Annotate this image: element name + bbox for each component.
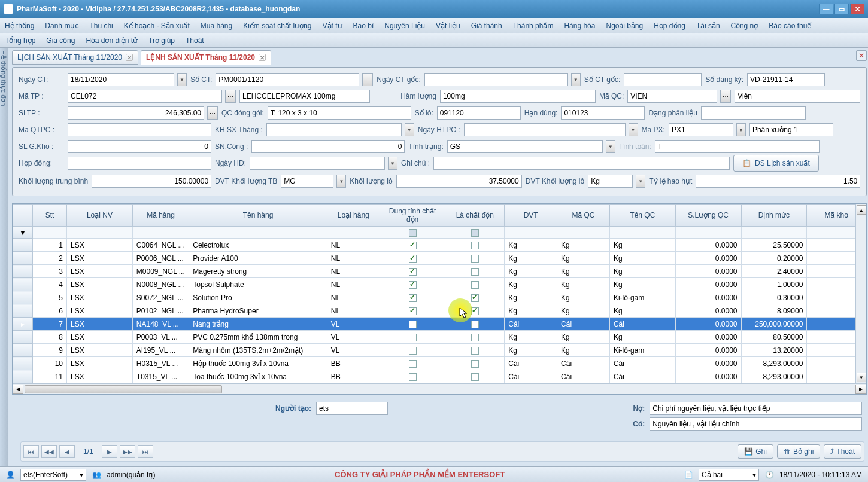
checkbox[interactable]: [471, 242, 479, 249]
menu-item[interactable]: Vật tư: [323, 22, 342, 30]
scroll-thumb[interactable]: [25, 385, 222, 393]
field-kltb[interactable]: [92, 175, 211, 188]
field-tinhtoan[interactable]: [655, 140, 820, 153]
field-kllo[interactable]: [396, 175, 522, 188]
pager-first-button[interactable]: ⏮: [23, 445, 39, 458]
checkbox[interactable]: [409, 334, 417, 341]
field-matp-name[interactable]: [239, 90, 370, 103]
vertical-scrollbar[interactable]: ▲ ▼: [855, 204, 866, 383]
filter-cell[interactable]: [557, 227, 610, 239]
filter-cell[interactable]: [505, 227, 557, 239]
menu-item[interactable]: Nguyên Liệu: [384, 22, 425, 30]
checkbox[interactable]: [471, 281, 479, 289]
table-row[interactable]: 10LSXH0315_VL ...Hộp thuốc 100mg 3vỉ x 1…: [13, 357, 866, 370]
filter-checkbox[interactable]: [471, 229, 479, 237]
checkbox[interactable]: [409, 360, 417, 368]
column-header[interactable]: Dung tính chất độn: [380, 205, 445, 227]
close-all-tabs-button[interactable]: ✕: [856, 50, 867, 61]
ghi-button[interactable]: 💾 Ghi: [738, 444, 773, 459]
checkbox[interactable]: [409, 255, 417, 263]
checkbox[interactable]: [471, 373, 479, 381]
field-mapx[interactable]: [669, 123, 733, 136]
tab-close-icon[interactable]: ✕: [126, 54, 133, 61]
checkbox[interactable]: [471, 321, 479, 328]
field-soctgoc[interactable]: [624, 73, 702, 86]
filter-cell[interactable]: [32, 227, 66, 239]
menu-item[interactable]: Báo cáo thuế: [769, 22, 811, 30]
horizontal-scrollbar[interactable]: ◀ ▶: [13, 383, 866, 394]
menu-item[interactable]: Thành phẩm: [513, 22, 554, 30]
tab-close-icon[interactable]: ✕: [259, 54, 266, 61]
menu-item[interactable]: Công nợ: [731, 22, 758, 30]
menu-item[interactable]: Giá thành: [471, 22, 502, 30]
column-header[interactable]: Là chất độn: [445, 205, 505, 227]
boghi-button[interactable]: 🗑 Bỏ ghi: [777, 444, 820, 459]
filter-cell[interactable]: [675, 227, 741, 239]
pager-prev-button[interactable]: ◀: [59, 445, 75, 458]
menu-item[interactable]: Tài sản: [696, 22, 720, 30]
field-solo[interactable]: [437, 106, 521, 120]
field-ngayctgoc[interactable]: [424, 73, 568, 86]
checkbox[interactable]: [409, 373, 417, 381]
checkbox[interactable]: [409, 321, 417, 328]
menu-item[interactable]: Tổng hợp: [5, 36, 35, 45]
menu-item[interactable]: Danh mục: [45, 22, 78, 30]
menu-item[interactable]: Thoát: [186, 36, 204, 45]
column-header[interactable]: Loại NV: [67, 205, 133, 227]
filter-icon[interactable]: ▼: [13, 227, 33, 239]
minimize-button[interactable]: —: [819, 4, 833, 14]
column-header[interactable]: Mã hàng: [132, 205, 189, 227]
column-header[interactable]: Định mức: [741, 205, 807, 227]
maximize-button[interactable]: ▭: [834, 4, 849, 14]
field-no[interactable]: [650, 402, 862, 415]
column-header[interactable]: Mã QC: [557, 205, 610, 227]
field-dvtkltb[interactable]: [281, 175, 333, 188]
lookup-button[interactable]: ⋯: [362, 73, 373, 86]
field-maqtpc[interactable]: [68, 123, 211, 136]
field-hopdong[interactable]: [68, 157, 211, 170]
filter-cell[interactable]: [741, 227, 807, 239]
field-mapx-name[interactable]: [749, 123, 833, 136]
field-matp[interactable]: [68, 90, 222, 103]
field-soct[interactable]: [216, 73, 359, 86]
column-header[interactable]: Tên QC: [609, 205, 675, 227]
table-row[interactable]: 4LSXN0008_NGL ...Topsol SulphateNLKgKgKg…: [13, 278, 866, 291]
data-grid[interactable]: SttLoại NVMã hàngTên hàngLoại hàngDung t…: [12, 203, 867, 395]
filter-cell[interactable]: [609, 227, 675, 239]
column-header[interactable]: Stt: [32, 205, 66, 227]
menu-item[interactable]: Gia công: [46, 36, 75, 45]
pager-prevpage-button[interactable]: ◀◀: [41, 445, 57, 458]
menu-item[interactable]: Vật liệu: [436, 22, 460, 30]
menu-item[interactable]: Hàng hóa: [564, 22, 595, 30]
scroll-right-icon[interactable]: ▶: [855, 385, 866, 394]
checkbox[interactable]: [409, 242, 417, 249]
pager-last-button[interactable]: ⏭: [138, 445, 153, 458]
menu-item[interactable]: Hợp đồng: [654, 22, 685, 30]
field-maqc-name[interactable]: [735, 90, 860, 103]
scroll-up-icon[interactable]: ▲: [857, 205, 866, 215]
filter-cell[interactable]: [189, 227, 327, 239]
column-header[interactable]: Tên hàng: [189, 205, 327, 227]
status-mode-dropdown[interactable]: Cả hai▾: [699, 469, 759, 481]
filter-cell[interactable]: [327, 227, 380, 239]
menu-item[interactable]: Kế hoạch - Sản xuất: [124, 22, 190, 30]
table-row[interactable]: ▸7LSXNA148_VL ...Nang trắngVLCáiCáiCái0.…: [13, 318, 866, 331]
field-sodangky[interactable]: [747, 73, 825, 86]
checkbox[interactable]: [471, 268, 479, 276]
field-qcdonggoi[interactable]: [268, 106, 411, 120]
field-ngayhtpc[interactable]: [464, 123, 626, 136]
field-sncong[interactable]: [251, 140, 405, 153]
checkbox[interactable]: [409, 307, 417, 315]
dropdown-icon[interactable]: ▼: [177, 73, 187, 86]
checkbox[interactable]: [471, 307, 479, 315]
menu-item[interactable]: Trợ giúp: [148, 36, 175, 45]
field-ngayhd[interactable]: [250, 157, 385, 170]
scroll-left-icon[interactable]: ◀: [13, 385, 23, 394]
checkbox[interactable]: [409, 281, 417, 289]
checkbox[interactable]: [471, 347, 479, 355]
field-khsx[interactable]: [266, 123, 402, 136]
tab-lichsx[interactable]: LỊCH SẢN XUẤT Tháng 11/2020 ✕: [12, 50, 138, 65]
table-row[interactable]: 1LSXC0064_NGL ...CelectroluxNLKgKgKg0.00…: [13, 239, 866, 252]
pager-next-button[interactable]: ▶: [102, 445, 117, 458]
lookup-button[interactable]: ⋯: [720, 90, 731, 103]
